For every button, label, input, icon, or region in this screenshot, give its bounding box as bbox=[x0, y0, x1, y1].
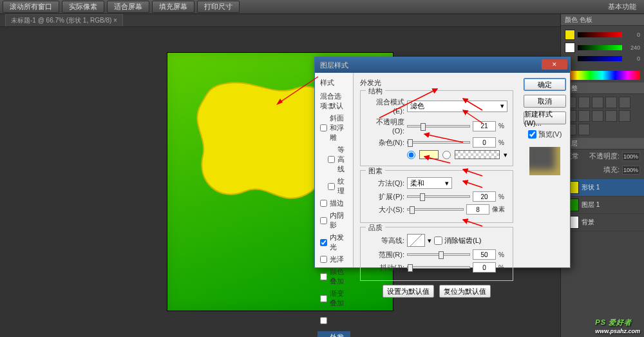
style-item-outerglow[interactable]: 外发光 bbox=[317, 331, 350, 337]
style-check[interactable] bbox=[320, 295, 327, 302]
chevron-down-icon: ▾ bbox=[500, 102, 504, 110]
antialias-checkbox[interactable] bbox=[434, 236, 442, 245]
toolbar-btn-fit[interactable]: 适合屏幕 bbox=[107, 1, 149, 13]
style-item-gradoverlay[interactable]: 渐变叠加 bbox=[317, 287, 350, 309]
style-check[interactable] bbox=[320, 273, 327, 280]
size-slider[interactable] bbox=[407, 208, 464, 211]
blend-options-item[interactable]: 混合选项:默认 bbox=[317, 90, 350, 112]
workspace-label[interactable]: 基本功能 bbox=[603, 2, 641, 12]
glow-color-chip[interactable] bbox=[419, 150, 439, 159]
style-item-texture[interactable]: 纹理 bbox=[317, 175, 350, 197]
reset-default-button[interactable]: 复位为默认值 bbox=[439, 285, 491, 298]
blendmode-select[interactable]: 滤色▾ bbox=[407, 101, 507, 112]
noise-slider[interactable] bbox=[407, 141, 470, 144]
layer-row[interactable]: 形状 1 bbox=[561, 179, 644, 197]
quality-legend: 品质 bbox=[366, 223, 385, 233]
style-check[interactable] bbox=[320, 239, 327, 246]
style-item-bevel[interactable]: 斜面和浮雕 bbox=[317, 112, 350, 144]
dialog-titlebar[interactable]: 图层样式 ✕ bbox=[315, 57, 570, 73]
document-tab[interactable]: 未标题-1 @ 66.7% (形状 1, RGB/8) × bbox=[5, 14, 123, 26]
noise-input[interactable] bbox=[473, 137, 496, 148]
adjust-panel-header[interactable]: 调整 bbox=[561, 82, 644, 94]
jitter-input[interactable] bbox=[473, 262, 496, 273]
antialias-label: 消除锯齿(L) bbox=[444, 236, 481, 246]
adj-icon[interactable] bbox=[605, 110, 617, 122]
make-default-button[interactable]: 设置为默认值 bbox=[383, 285, 434, 298]
watermark-url: www.psahz.com bbox=[595, 328, 640, 334]
style-check[interactable] bbox=[320, 256, 327, 263]
preview-checkbox[interactable] bbox=[528, 130, 536, 139]
preview-check[interactable]: 预览(V) bbox=[528, 130, 562, 139]
spread-slider[interactable] bbox=[407, 195, 470, 198]
adj-icon[interactable] bbox=[605, 97, 617, 108]
opacity-input[interactable] bbox=[622, 152, 640, 161]
size-input[interactable] bbox=[466, 204, 489, 215]
bg-swatch[interactable] bbox=[565, 43, 575, 53]
solid-color-radio[interactable] bbox=[407, 151, 415, 159]
gradient-chip[interactable] bbox=[455, 150, 500, 159]
adj-icon[interactable] bbox=[578, 97, 590, 108]
style-label: 描边 bbox=[330, 198, 344, 208]
g-slider[interactable] bbox=[578, 45, 622, 50]
b-slider[interactable] bbox=[578, 56, 622, 61]
hue-strip[interactable] bbox=[565, 71, 640, 80]
adj-icon[interactable] bbox=[578, 124, 590, 135]
range-slider[interactable] bbox=[407, 253, 470, 256]
adj-icon[interactable] bbox=[592, 110, 603, 122]
style-check[interactable] bbox=[328, 156, 335, 163]
adj-icon[interactable] bbox=[578, 110, 590, 122]
contour-picker[interactable] bbox=[407, 234, 425, 247]
opacity-input[interactable] bbox=[473, 121, 496, 131]
style-item-innerglow[interactable]: 内发光 bbox=[317, 231, 350, 253]
adj-icon[interactable] bbox=[592, 97, 603, 108]
style-check[interactable] bbox=[320, 200, 327, 207]
right-panel-dock: 颜色 色板 0 240 0 调整 图层 正常 不透明度: 填充: bbox=[560, 14, 644, 337]
style-label: 渐变叠加 bbox=[330, 289, 348, 308]
style-item-coloroverlay[interactable]: 颜色叠加 bbox=[317, 265, 350, 287]
style-check[interactable] bbox=[328, 183, 335, 190]
layer-row[interactable]: 图层 1 bbox=[561, 197, 644, 214]
chevron-down-icon: ▾ bbox=[445, 179, 449, 188]
style-item-innershadow[interactable]: 内阴影 bbox=[317, 209, 350, 231]
dialog-buttons-column: 确定 取消 新建样式(W)... 预览(V) bbox=[520, 73, 570, 267]
pct-unit: % bbox=[498, 193, 507, 200]
ok-button[interactable]: 确定 bbox=[524, 78, 566, 91]
pct-unit: % bbox=[498, 251, 507, 258]
style-item-stroke[interactable]: 描边 bbox=[317, 197, 350, 209]
blend-mode-row: 正常 不透明度: bbox=[561, 149, 644, 163]
adj-icon[interactable] bbox=[619, 97, 630, 108]
fill-input[interactable] bbox=[622, 166, 640, 175]
method-select[interactable]: 柔和▾ bbox=[407, 177, 452, 189]
cancel-button[interactable]: 取消 bbox=[524, 95, 566, 108]
style-check[interactable] bbox=[320, 317, 327, 324]
style-item-contour[interactable]: 等高线 bbox=[317, 144, 350, 175]
style-check[interactable] bbox=[320, 124, 327, 131]
toolbar-btn-print[interactable]: 打印尺寸 bbox=[197, 1, 240, 13]
gradient-radio[interactable] bbox=[442, 151, 451, 159]
style-label: 外发光 bbox=[330, 332, 348, 337]
r-value: 0 bbox=[625, 32, 640, 38]
toolbar-btn-actual[interactable]: 实际像素 bbox=[62, 1, 104, 13]
adj-icon[interactable] bbox=[619, 110, 630, 122]
jitter-label: 抖动(J): bbox=[366, 263, 404, 273]
jitter-slider[interactable] bbox=[407, 266, 470, 269]
close-button[interactable]: ✕ bbox=[542, 59, 567, 70]
fg-swatch[interactable] bbox=[565, 30, 575, 40]
style-item-patoverlay[interactable]: 图案叠加 bbox=[317, 309, 350, 331]
toolbar-btn-scroll[interactable]: 滚动所有窗口 bbox=[3, 1, 59, 13]
opacity-slider[interactable] bbox=[407, 125, 470, 128]
r-slider[interactable] bbox=[578, 32, 622, 37]
antialias-check[interactable]: 消除锯齿(L) bbox=[434, 236, 481, 246]
style-item-satin[interactable]: 光泽 bbox=[317, 253, 350, 265]
new-style-button[interactable]: 新建样式(W)... bbox=[524, 111, 566, 124]
layers-panel-header[interactable]: 图层 bbox=[561, 138, 644, 149]
spread-input[interactable] bbox=[473, 191, 496, 202]
toolbar-btn-fill[interactable]: 填充屏幕 bbox=[152, 1, 194, 13]
color-panel-header[interactable]: 颜色 色板 bbox=[561, 14, 644, 26]
watermark: PS 爱好者 www.psahz.com bbox=[595, 314, 640, 334]
range-input[interactable] bbox=[473, 249, 496, 260]
layer-name: 背景 bbox=[582, 218, 594, 227]
color-type-row: ▾ bbox=[407, 150, 507, 159]
layer-row[interactable]: 背景 bbox=[561, 214, 644, 231]
style-check[interactable] bbox=[320, 217, 327, 224]
